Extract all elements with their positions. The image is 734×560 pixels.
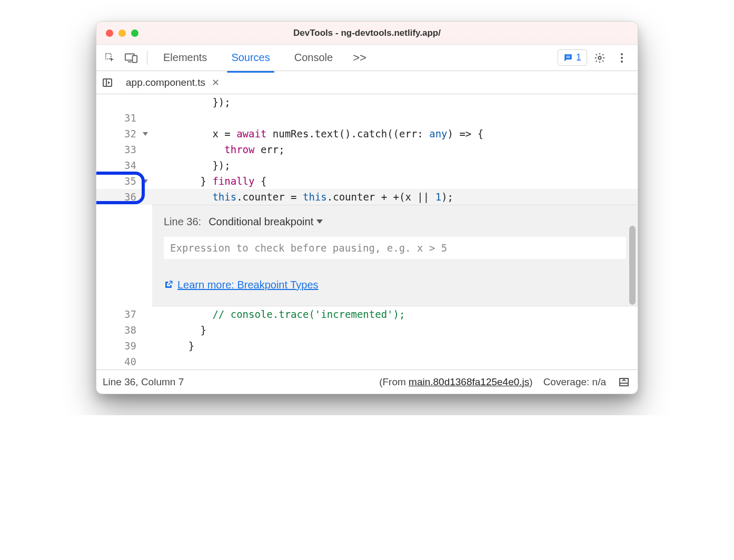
minimize-window-button[interactable]: [118, 29, 126, 37]
source-map-info: (From main.80d1368fa125e4e0.js): [379, 376, 533, 388]
maximize-window-button[interactable]: [131, 29, 138, 37]
svg-rect-4: [566, 57, 570, 57]
external-link-icon: [164, 280, 173, 289]
code-line[interactable]: 35 } finally {: [96, 173, 638, 189]
svg-point-5: [598, 56, 601, 59]
code-text: this.counter = this.counter + +(x || 1);: [152, 189, 638, 205]
svg-rect-9: [103, 79, 112, 86]
line-number[interactable]: 33: [96, 142, 152, 157]
chat-icon: [563, 53, 573, 63]
breakpoint-type-label: Conditional breakpoint: [209, 214, 313, 229]
code-text: x = await numRes.text().catch((err: any)…: [152, 126, 638, 142]
close-window-button[interactable]: [106, 29, 113, 37]
breakpoint-condition-input[interactable]: [164, 237, 626, 259]
code-line[interactable]: 31: [96, 110, 638, 126]
breakpoint-line-label: Line 36:: [164, 214, 201, 229]
code-line[interactable]: 33 throw err;: [96, 142, 638, 157]
scrollbar-thumb[interactable]: [629, 226, 636, 305]
toolbar-divider: [147, 51, 147, 65]
file-tab-app-component[interactable]: app.component.ts ✕: [121, 73, 225, 93]
svg-rect-3: [566, 56, 570, 56]
source-map-link[interactable]: main.80d1368fa125e4e0.js: [409, 376, 529, 387]
line-number[interactable]: 37: [96, 306, 152, 322]
line-number[interactable]: 39: [96, 338, 152, 354]
cursor-position: Line 36, Column 7: [103, 376, 184, 388]
code-line[interactable]: 32 x = await numRes.text().catch((err: a…: [96, 126, 638, 142]
svg-point-6: [621, 53, 623, 55]
breakpoint-header: Line 36: Conditional breakpoint: [164, 214, 626, 229]
code-line[interactable]: 34 });: [96, 157, 638, 173]
svg-point-7: [621, 57, 623, 59]
devtools-window: DevTools - ng-devtools.netlify.app/ Elem…: [96, 21, 638, 394]
code-text: });: [152, 157, 638, 173]
code-text: });: [152, 94, 638, 110]
breakpoint-type-dropdown[interactable]: Conditional breakpoint: [209, 214, 323, 229]
more-tabs-button[interactable]: >>: [348, 51, 372, 65]
line-number[interactable]: 35: [96, 173, 152, 189]
traffic-lights: [96, 29, 138, 37]
settings-icon[interactable]: [590, 48, 609, 67]
line-number[interactable]: 40: [96, 354, 152, 369]
status-bar: Line 36, Column 7 (From main.80d1368fa12…: [96, 369, 638, 394]
svg-rect-2: [133, 55, 137, 62]
line-number[interactable]: 36: [96, 189, 152, 205]
line-number[interactable]: [96, 94, 152, 110]
line-number[interactable]: 32: [96, 126, 152, 142]
code-line[interactable]: 36 this.counter = this.counter + +(x || …: [96, 189, 638, 205]
breakpoint-learn-more-link[interactable]: Learn more: Breakpoint Types: [164, 277, 319, 293]
inspect-element-icon[interactable]: [101, 48, 120, 67]
navigator-toggle-icon[interactable]: [100, 75, 115, 91]
code-line[interactable]: });: [96, 94, 638, 110]
window-title: DevTools - ng-devtools.netlify.app/: [96, 28, 638, 38]
main-toolbar: Elements Sources Console >> 1: [96, 45, 638, 71]
code-text: // console.trace('incremented');: [152, 306, 638, 322]
code-text: }: [152, 338, 638, 354]
more-menu-icon[interactable]: [612, 48, 631, 67]
code-text: [152, 110, 638, 126]
breakpoint-learn-more-text: Learn more: Breakpoint Types: [177, 277, 319, 293]
titlebar: DevTools - ng-devtools.netlify.app/: [96, 22, 638, 45]
code-editor[interactable]: });3132 x = await numRes.text().catch((e…: [96, 94, 638, 369]
svg-point-8: [621, 61, 623, 63]
tab-elements[interactable]: Elements: [154, 46, 216, 69]
code-text: [152, 354, 638, 369]
breakpoint-dialog: Line 36: Conditional breakpoint Learn mo…: [152, 205, 638, 306]
code-line[interactable]: 38 }: [96, 322, 638, 338]
code-line[interactable]: 39 }: [96, 338, 638, 354]
file-tab-name: app.component.ts: [126, 77, 205, 88]
code-line[interactable]: 40: [96, 354, 638, 369]
drawer-toggle-icon[interactable]: [617, 375, 631, 389]
code-text: }: [152, 322, 638, 338]
coverage-info: Coverage: n/a: [543, 376, 606, 388]
code-text: throw err;: [152, 142, 638, 157]
device-toolbar-icon[interactable]: [122, 48, 141, 67]
toolbar-right: 1: [558, 48, 633, 67]
panel-tabs: Elements Sources Console >>: [154, 46, 556, 69]
code-line[interactable]: 37 // console.trace('incremented');: [96, 306, 638, 322]
issues-button[interactable]: 1: [558, 49, 587, 66]
line-number[interactable]: 31: [96, 110, 152, 126]
line-number[interactable]: 34: [96, 157, 152, 173]
line-number[interactable]: 38: [96, 322, 152, 338]
code-text: } finally {: [152, 173, 638, 189]
file-tabs-bar: app.component.ts ✕: [96, 71, 638, 94]
tab-console[interactable]: Console: [285, 46, 342, 69]
issues-count: 1: [576, 52, 581, 63]
close-tab-icon[interactable]: ✕: [212, 77, 220, 88]
tab-sources[interactable]: Sources: [222, 46, 279, 69]
caret-down-icon: [316, 219, 323, 224]
